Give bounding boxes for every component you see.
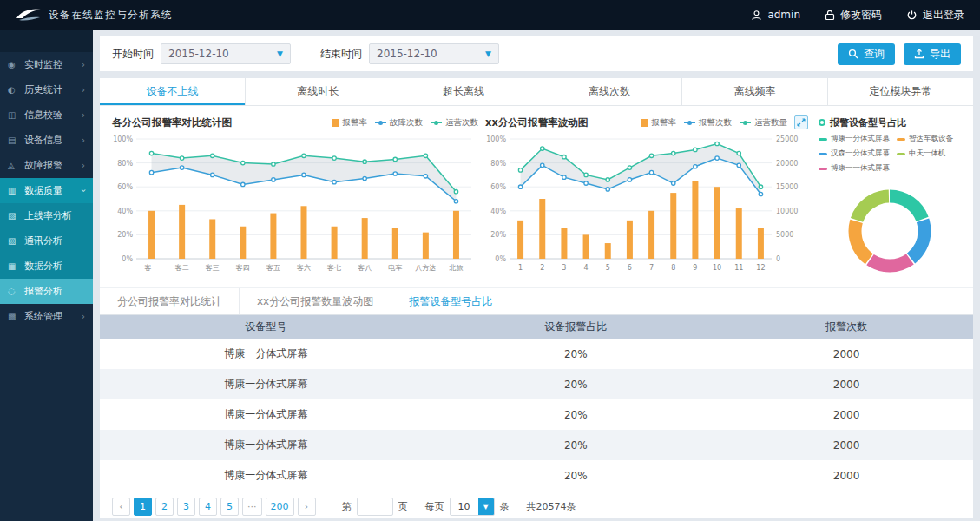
logout-button[interactable]: 退出登录 [906,8,964,23]
legend-item[interactable]: 报警率 [641,117,677,129]
sidebar-item-label: 系统管理 [24,310,62,323]
legend-item[interactable]: 运营次数 [431,117,478,129]
svg-text:5000: 5000 [776,231,793,239]
search-button[interactable]: 查询 [838,43,895,65]
goto-page-group: 第 页 [342,498,408,516]
per-page-group: 每页 10 ▼ 条 [425,498,510,516]
legend-item[interactable]: 博康一一体式屏幕 [819,163,890,174]
next-page-button[interactable]: › [298,498,316,516]
line-legend-marker [684,122,695,123]
data-quality-icon: ▥ [8,186,21,195]
sidebar: ◉ 实时监控 › ◐ 历史统计 › ◫ 信息校验 › ▤ 设备信息 › ◬ 故障… [0,30,93,521]
export-button[interactable]: 导出 [904,43,961,65]
start-date-select[interactable]: 2015-12-10 ▼ [161,43,291,64]
page-button[interactable]: 3 [177,498,195,516]
sidebar-item-info-verify[interactable]: ◫ 信息校验 › [0,102,93,128]
svg-text:1: 1 [518,264,523,272]
page-button[interactable]: 5 [220,498,239,516]
legend-item[interactable]: 运营数量 [740,117,787,129]
legend-item[interactable]: 博康一分体式屏幕 [819,134,890,144]
sidebar-item-label: 设备信息 [24,134,62,147]
svg-text:八方达: 八方达 [415,264,436,272]
user-menu[interactable]: admin [751,9,800,21]
svg-text:7: 7 [649,264,654,272]
svg-text:客三: 客三 [206,264,220,272]
per-page-select[interactable]: 10 ▼ [450,498,495,516]
svg-text:客七: 客七 [327,264,341,272]
expand-chart-icon[interactable] [794,115,808,129]
table-cell: 博康一分体式屏幕 [100,369,431,399]
tab-offline-frequency[interactable]: 离线频率 [682,78,828,105]
svg-text:0%: 0% [495,255,506,263]
page-button[interactable]: 4 [199,498,217,516]
legend-item[interactable]: 中天一体机 [897,148,953,159]
table-row: 博康一分体式屏幕20%2000 [100,430,973,460]
sidebar-item-label: 上线率分析 [24,209,72,222]
chevron-right-icon: › [82,161,85,170]
topbar: 设备在线监控与分析系统 admin 修改密码 退出登录 [0,0,980,30]
filter-bar: 开始时间 2015-12-10 ▼ 结束时间 2015-12-10 ▼ 查询 导… [100,36,973,71]
subtab-company-compare[interactable]: 分公司报警率对比统计 [100,288,240,314]
tab-offline-count[interactable]: 离线次数 [536,78,682,105]
tab-gps-module-abnormal[interactable]: 定位模块异常 [828,78,973,105]
legend-item[interactable]: 智达车载设备 [897,134,953,144]
tab-long-offline[interactable]: 超长离线 [391,78,537,105]
tab-device-offline[interactable]: 设备不上线 [100,78,246,105]
svg-text:6: 6 [628,264,632,272]
table-cell: 2000 [720,430,973,460]
sidebar-item-alarm-analysis[interactable]: ◌ 报警分析 [0,279,93,304]
tab-offline-duration[interactable]: 离线时长 [246,78,391,105]
chevron-right-icon: › [82,60,85,69]
svg-text:0%: 0% [122,255,133,263]
prev-page-button[interactable]: ‹ [112,498,130,516]
search-icon [848,49,858,59]
sidebar-item-comm-analysis[interactable]: ▧ 通讯分析 [0,228,93,254]
svg-text:0: 0 [776,255,780,263]
change-password-button[interactable]: 修改密码 [825,8,882,23]
page-button[interactable]: 200 [266,498,294,516]
sidebar-item-system-admin[interactable]: ▩ 系统管理 › [0,304,93,329]
page-button[interactable]: 1 [134,498,152,516]
start-time-label: 开始时间 [112,47,154,62]
chart1-legend: 报警率故障次数运营次数 [332,117,479,129]
sidebar-item-realtime-monitor[interactable]: ◉ 实时监控 › [0,52,93,77]
end-date-select[interactable]: 2015-12-10 ▼ [369,43,499,64]
sidebar-item-data-analysis[interactable]: ▦ 数据分析 [0,254,93,279]
legend-item[interactable]: 汉森一分体式屏幕 [819,148,890,159]
legend-label: 运营次数 [445,117,478,129]
svg-text:60%: 60% [490,183,506,191]
donut-chart-device-model [839,181,940,281]
alarm-table-body: 博康一分体式屏幕20%2000博康一分体式屏幕20%2000博康一分体式屏幕20… [100,339,973,491]
legend-item[interactable]: 故障次数 [375,117,423,129]
legend-item[interactable]: 报警次数 [684,117,732,129]
col-device-model: 设备型号 [100,315,431,339]
sidebar-item-history-stats[interactable]: ◐ 历史统计 › [0,77,93,102]
app-title: 设备在线监控与分析系统 [49,9,173,22]
data-quality-submenu: ▨ 上线率分析 ▧ 通讯分析 ▦ 数据分析 ◌ 报警分析 [0,203,93,304]
sidebar-item-data-quality[interactable]: ▥ 数据质量 › [0,178,93,203]
sidebar-item-fault-alarm[interactable]: ◬ 故障报警 › [0,153,93,178]
table-cell: 20% [431,339,720,369]
comm-icon: ▧ [8,236,21,246]
legend-dot [434,121,438,125]
sub-tabs: 分公司报警率对比统计 xx分公司报警数量波动图 报警设备型号占比 [100,287,973,315]
page-button[interactable]: 2 [155,498,174,516]
bar-line-chart-monthly: 0%020%500040%1000060%1500080%20000100%25… [482,132,808,280]
sidebar-item-device-info[interactable]: ▤ 设备信息 › [0,128,93,153]
per-page-suffix-label: 条 [500,500,510,513]
legend-item[interactable]: 报警率 [332,117,368,129]
sidebar-item-label: 历史统计 [24,83,62,96]
subtab-branch-wave[interactable]: xx分公司报警数量波动图 [240,288,391,314]
goto-page-input[interactable] [357,498,393,516]
subtab-device-model-ratio[interactable]: 报警设备型号占比 [391,288,510,314]
donut-legend: 博康一分体式屏幕汉森一分体式屏幕博康一一体式屏幕 智达车载设备中天一体机 [815,132,964,174]
svg-text:10: 10 [713,264,721,272]
svg-text:20%: 20% [117,231,133,239]
start-date-value: 2015-12-10 [168,48,229,60]
table-cell: 2000 [720,369,973,399]
svg-text:80%: 80% [117,160,133,168]
svg-text:客八: 客八 [358,264,372,272]
sidebar-item-online-rate[interactable]: ▨ 上线率分析 [0,203,93,228]
sidebar-item-label: 通讯分析 [24,234,62,247]
company-alarm-rate-chart-panel: 各分公司报警率对比统计图 报警率故障次数运营次数 0%20%40%60%80%1… [109,113,482,282]
